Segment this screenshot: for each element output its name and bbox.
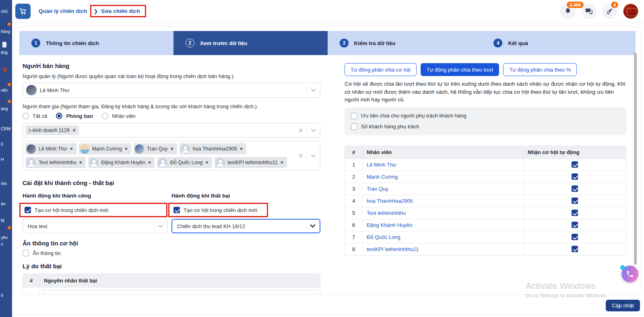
auto-receive-checkbox[interactable] — [572, 161, 578, 168]
remove-icon[interactable]: × — [125, 146, 128, 152]
auto-receive-checkbox[interactable] — [572, 198, 578, 204]
chat-button[interactable] — [581, 4, 597, 19]
fail-reason-input[interactable] — [43, 290, 317, 295]
fail-create-opportunity-checkbox[interactable] — [173, 207, 180, 213]
remove-icon[interactable]: × — [206, 160, 208, 165]
table-row: 6 Đặng Khánh Huyền — [345, 219, 626, 231]
sidebar-item-label[interactable]: ính — [1, 181, 7, 186]
breadcrumb-parent[interactable]: Quản lý chiến dịch — [39, 8, 87, 14]
rocket-badge: 4 — [610, 1, 619, 9]
participants-select[interactable]: Lê Minh Thư× Mạnh Cường× Tran Quy× hoa T… — [23, 141, 320, 171]
priority-owner-checkbox[interactable] — [351, 113, 357, 119]
auto-receive-checkbox[interactable] — [572, 185, 578, 192]
auto-receive-checkbox[interactable] — [572, 246, 578, 252]
wizard-steps: 1 Thông tin chiến dịch 2 Xem trước dữ li… — [19, 31, 636, 55]
sidebar-item-label[interactable]: ting — [1, 50, 8, 55]
avatar — [181, 144, 190, 154]
sidebar-item-label[interactable]: M — [1, 218, 4, 223]
hide-info-checkbox-row[interactable]: Ẩn thông tin — [23, 250, 320, 256]
sidebar-item-label[interactable]: H — [1, 157, 4, 162]
hide-info-checkbox[interactable] — [23, 250, 29, 256]
department-select[interactable]: |–kinh doanh 1129 × ✕ — [23, 123, 320, 138]
customer-count-checkbox-row[interactable]: Số khách hàng phụ trách — [351, 124, 620, 130]
clear-icon[interactable]: ✕ — [298, 152, 303, 159]
staff-name-link[interactable]: hoa ThanhHoa2905 — [363, 195, 524, 207]
distribution-options: Ưu tiên chia cho người phụ trách khách h… — [345, 107, 626, 135]
sidebar-item-label[interactable]: CRM — [1, 126, 10, 131]
avatar — [89, 158, 99, 167]
chevron-down-icon[interactable] — [311, 154, 316, 158]
staff-name-link[interactable]: Đỗ Quốc Long — [363, 231, 524, 243]
remove-icon[interactable]: × — [70, 146, 73, 152]
manager-select[interactable]: Lê Minh Thư — [23, 82, 320, 98]
auto-receive-checkbox[interactable] — [572, 222, 578, 228]
step-label: Kiểm tra dữ liệu — [354, 40, 396, 46]
staff-name-link[interactable]: Tran Quy — [363, 183, 524, 195]
phone-call-float-button[interactable] — [621, 266, 638, 282]
sidebar-item-label[interactable]: chủ — [1, 9, 8, 14]
step-label: Thông tin chiến dịch — [46, 40, 99, 46]
step-preview-data[interactable]: 2 Xem trước dữ liệu — [173, 31, 328, 55]
sidebar-item-label[interactable]: yêu — [1, 235, 8, 240]
step-result[interactable]: 4 Kết quả — [481, 31, 636, 55]
sidebar-item-label[interactable]: àng — [1, 106, 8, 111]
update-button[interactable]: Cập nhật — [606, 300, 640, 311]
remove-icon[interactable]: × — [171, 146, 173, 152]
chevron-down-icon[interactable] — [158, 224, 163, 228]
remove-icon[interactable]: × — [73, 128, 76, 133]
auto-receive-checkbox[interactable] — [572, 173, 578, 180]
chevron-down-icon[interactable] — [311, 129, 316, 132]
footer-divider — [0, 315, 644, 315]
auto-receive-checkbox[interactable] — [572, 234, 578, 240]
remove-icon[interactable]: × — [240, 146, 243, 152]
remove-icon[interactable]: × — [79, 160, 82, 165]
app-sidebar: chủ hàng ting việc àng CRM ỏ H ính áo M … — [0, 0, 12, 317]
tab-distribute-by-percent[interactable]: Tự động phân chia theo % — [503, 63, 577, 76]
tab-auto-distribute[interactable]: Tự động phân chia cơ hội — [345, 63, 417, 76]
breadcrumb-separator: ❯ — [94, 8, 98, 14]
fail-campaign-select[interactable]: Chiến dịch thu lead KH 18/12 — [171, 219, 320, 233]
participant-chip: Đặng Khánh Huyền× — [88, 157, 155, 168]
chevron-down-icon[interactable] — [310, 224, 316, 228]
step-campaign-info[interactable]: 1 Thông tin chiến dịch — [19, 31, 173, 55]
radio-employee[interactable]: Nhân viên — [102, 113, 136, 119]
priority-owner-checkbox-row[interactable]: Ưu tiên chia cho người phụ trách khách h… — [351, 113, 620, 119]
sidebar-item-label[interactable]: ỏ — [1, 142, 3, 146]
notifications-button[interactable]: 2,499 — [560, 4, 576, 19]
remove-icon[interactable]: × — [281, 160, 283, 165]
avatar — [80, 144, 89, 154]
sidebar-item-label[interactable]: ỏ — [1, 293, 3, 298]
avatar — [27, 158, 36, 167]
staff-name-link[interactable]: testKPI lethiminhthu11 — [363, 243, 524, 255]
customer-count-checkbox[interactable] — [351, 124, 357, 130]
success-campaign-select[interactable]: Hoa test — [23, 219, 167, 233]
notification-dot — [8, 83, 11, 86]
rocket-button[interactable]: 4 — [602, 4, 617, 19]
sidebar-item-label[interactable]: hàng — [1, 29, 10, 34]
participant-chip: testKPI lethiminhthu11× — [215, 157, 287, 168]
sidebar-item-label[interactable]: áo — [1, 201, 6, 206]
fail-action-label: Hành động khi thất bại — [171, 193, 320, 199]
annotation-box-breadcrumb: ❯ Sửa chiến dịch — [90, 5, 146, 17]
vertical-scrollbar[interactable] — [634, 53, 637, 265]
avatar — [216, 158, 225, 167]
chevron-down-icon[interactable] — [311, 89, 316, 92]
sidebar-item-label[interactable]: u — [1, 241, 3, 246]
user-avatar[interactable] — [623, 4, 638, 19]
staff-name-link[interactable]: Đặng Khánh Huyền — [363, 219, 524, 231]
radio-all[interactable]: Tất cả — [23, 113, 47, 119]
fail-reasons-table: # Nguyên nhân thất bại 1 — [23, 274, 320, 295]
staff-name-link[interactable]: Test lethiminhthu — [363, 207, 524, 219]
staff-name-link[interactable]: Lê Minh Thư — [363, 159, 524, 171]
manager-value: Lê Minh Thư — [40, 87, 70, 93]
radio-department[interactable]: Phòng ban — [56, 113, 93, 119]
staff-name-link[interactable]: Mạnh Cường — [363, 171, 524, 183]
auto-receive-checkbox[interactable] — [572, 210, 578, 216]
success-create-opportunity-checkbox[interactable] — [25, 207, 31, 213]
clear-icon[interactable]: ✕ — [298, 127, 303, 134]
tab-distribute-by-turn[interactable]: Tự động phân chia theo lượt — [421, 63, 499, 76]
step-check-data[interactable]: 3 Kiểm tra dữ liệu — [328, 31, 482, 55]
sidebar-item-label[interactable]: việc — [1, 88, 8, 93]
cart-icon[interactable] — [15, 4, 31, 19]
remove-icon[interactable]: × — [148, 160, 151, 165]
